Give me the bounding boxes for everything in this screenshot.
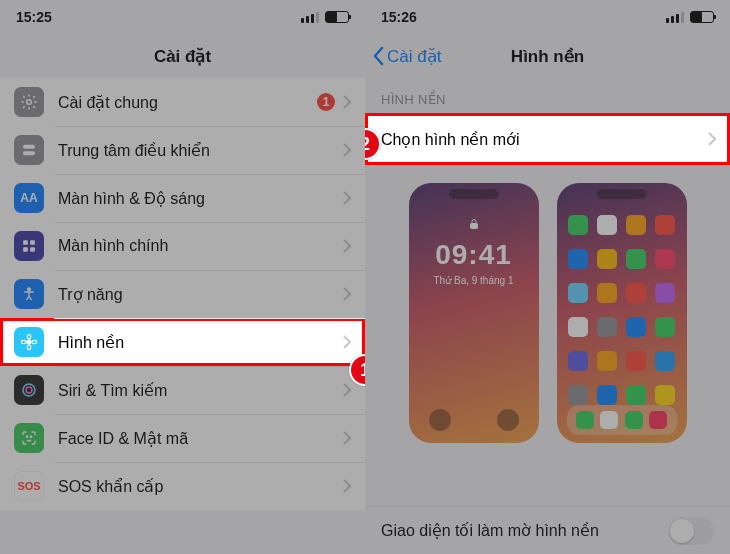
faceid-icon <box>14 423 44 453</box>
section-header: HÌNH NỀN <box>365 78 730 113</box>
svg-rect-5 <box>23 247 28 252</box>
flower-icon <box>14 327 44 357</box>
row-label: SOS khẩn cấp <box>58 477 343 496</box>
svg-point-7 <box>28 288 31 291</box>
wallpaper-preview: 09:41 Thứ Ba, 9 tháng 1 <box>365 165 730 461</box>
chevron-right-icon <box>343 287 365 301</box>
chevron-right-icon <box>343 191 365 205</box>
text-size-icon: AA <box>14 183 44 213</box>
svg-rect-3 <box>23 240 28 245</box>
svg-point-15 <box>26 436 27 437</box>
svg-point-11 <box>21 340 26 343</box>
navbar: Cài đặt <box>0 34 365 78</box>
svg-point-16 <box>30 436 31 437</box>
phone-app-icon <box>576 411 594 429</box>
chevron-right-icon <box>708 132 730 146</box>
svg-rect-1 <box>23 145 35 149</box>
home-screen-preview[interactable] <box>557 183 687 443</box>
svg-point-8 <box>27 340 31 344</box>
battery-icon <box>690 11 714 23</box>
row-control-center[interactable]: Trung tâm điều khiển <box>0 126 365 174</box>
row-home-screen[interactable]: Màn hình chính <box>0 222 365 270</box>
gear-icon <box>14 87 44 117</box>
settings-pane: 15:25 Cài đặt Cài đặt chung 1 <box>0 0 365 554</box>
row-label: Màn hình & Độ sáng <box>58 189 343 208</box>
signal-icon <box>666 12 684 23</box>
lock-clock: 09:41 <box>409 239 539 271</box>
row-sos[interactable]: SOS SOS khẩn cấp <box>0 462 365 510</box>
row-display[interactable]: AA Màn hình & Độ sáng <box>0 174 365 222</box>
svg-point-14 <box>26 387 32 393</box>
lock-icon <box>468 217 480 234</box>
safari-app-icon <box>600 411 618 429</box>
svg-rect-2 <box>23 151 35 155</box>
svg-rect-6 <box>30 247 35 252</box>
chevron-right-icon <box>343 431 365 445</box>
chevron-right-icon <box>343 239 365 253</box>
row-label: Chọn hình nền mới <box>381 130 708 149</box>
row-wallpaper[interactable]: Hình nền <box>0 318 365 366</box>
svg-point-9 <box>27 334 30 339</box>
row-siri[interactable]: Siri & Tìm kiếm <box>0 366 365 414</box>
signal-icon <box>301 12 319 23</box>
status-time: 15:26 <box>381 9 417 25</box>
row-choose-wallpaper[interactable]: Chọn hình nền mới <box>365 113 730 165</box>
row-label: Face ID & Mật mã <box>58 429 343 448</box>
row-accessibility[interactable]: Trợ năng <box>0 270 365 318</box>
chevron-right-icon <box>343 335 365 349</box>
messages-app-icon <box>625 411 643 429</box>
status-bar: 15:26 <box>365 0 730 34</box>
dark-dim-toggle-row[interactable]: Giao diện tối làm mờ hình nền <box>365 506 730 554</box>
status-time: 15:25 <box>16 9 52 25</box>
row-faceid[interactable]: Face ID & Mật mã <box>0 414 365 462</box>
switches-icon <box>14 135 44 165</box>
row-label: Cài đặt chung <box>58 93 317 112</box>
lock-date: Thứ Ba, 9 tháng 1 <box>409 275 539 286</box>
chevron-right-icon <box>343 479 365 493</box>
grid-icon <box>14 231 44 261</box>
row-label: Trợ năng <box>58 285 343 304</box>
row-label: Trung tâm điều khiển <box>58 141 343 160</box>
lock-screen-preview[interactable]: 09:41 Thứ Ba, 9 tháng 1 <box>409 183 539 443</box>
page-title: Cài đặt <box>154 46 211 67</box>
camera-icon <box>497 409 519 431</box>
svg-point-10 <box>27 345 30 350</box>
row-label: Siri & Tìm kiếm <box>58 381 343 400</box>
accessibility-icon <box>14 279 44 309</box>
sos-icon: SOS <box>14 471 44 501</box>
chevron-right-icon <box>343 143 365 157</box>
status-bar: 15:25 <box>0 0 365 34</box>
back-label: Cài đặt <box>387 46 441 67</box>
siri-icon <box>14 375 44 405</box>
toggle-switch[interactable] <box>668 517 714 545</box>
app-grid <box>567 211 677 397</box>
flashlight-icon <box>429 409 451 431</box>
navbar: Cài đặt Hình nền <box>365 34 730 78</box>
battery-icon <box>325 11 349 23</box>
notification-badge: 1 <box>317 93 335 111</box>
music-app-icon <box>649 411 667 429</box>
row-label: Hình nền <box>58 333 343 352</box>
settings-list: Cài đặt chung 1 Trung tâm điều khiển AA … <box>0 78 365 510</box>
row-general[interactable]: Cài đặt chung 1 <box>0 78 365 126</box>
toggle-label: Giao diện tối làm mờ hình nền <box>381 521 599 540</box>
svg-rect-17 <box>470 224 477 229</box>
page-title: Hình nền <box>511 46 584 67</box>
svg-point-13 <box>23 384 35 396</box>
svg-point-0 <box>27 100 32 105</box>
row-label: Màn hình chính <box>58 237 343 255</box>
svg-rect-4 <box>30 240 35 245</box>
chevron-right-icon <box>343 95 365 109</box>
svg-point-12 <box>32 340 37 343</box>
wallpaper-pane: 15:26 Cài đặt Hình nền HÌNH NỀN Chọn hìn… <box>365 0 730 554</box>
back-button[interactable]: Cài đặt <box>373 46 441 67</box>
